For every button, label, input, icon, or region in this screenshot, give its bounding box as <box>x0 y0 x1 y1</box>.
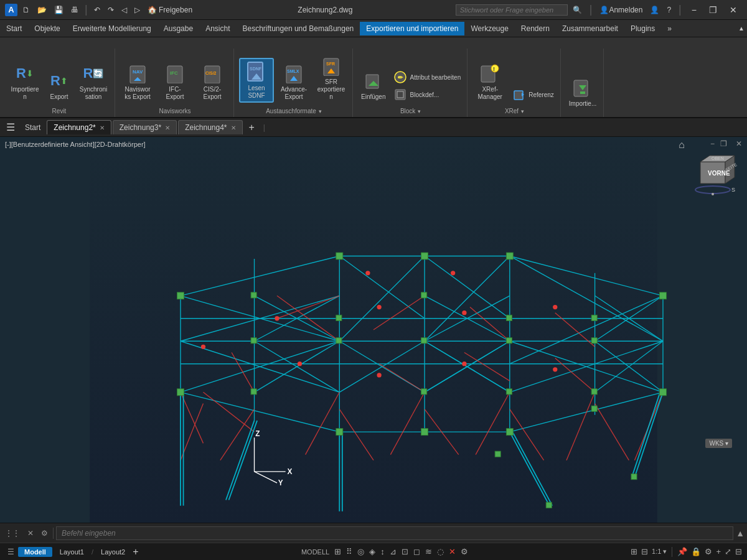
lock-icon[interactable]: 🔒 <box>691 547 701 556</box>
freigeben-button[interactable]: 🏠 Freigeben <box>145 4 195 16</box>
command-input[interactable] <box>56 526 733 540</box>
tp-icon[interactable]: ◌ <box>437 547 444 556</box>
annotate-icon[interactable]: ⊞ <box>631 547 637 556</box>
ribbon-btn-advance-export[interactable]: SMLX Advance-Export <box>276 60 311 103</box>
ortho-icon[interactable]: ◎ <box>357 547 364 556</box>
ribbon-btn-attribut[interactable]: ✏ Attribut bearbeiten <box>391 69 463 85</box>
workspace-icon[interactable]: ⊟ <box>641 547 648 556</box>
tab-zeichnung3[interactable]: Zeichnung3* ✕ <box>113 120 177 134</box>
menu-werkzeuge[interactable]: Werkzeuge <box>464 22 514 35</box>
cmd-icon-button[interactable]: ⋮⋮ <box>2 528 22 539</box>
ribbon-btn-sfr-exportieren[interactable]: SFR SFR exportieren <box>314 53 349 103</box>
cmd-close-button[interactable]: ✕ <box>25 528 36 539</box>
home-view-button[interactable]: ⌂ <box>679 139 685 151</box>
polar-icon[interactable]: ◈ <box>369 547 375 556</box>
status-tab-modell[interactable]: Modell <box>18 547 52 557</box>
sfr-exportieren-label: SFR exportieren <box>317 78 345 101</box>
forward-button[interactable]: ▷ <box>132 4 143 16</box>
sfr-exportieren-icon: SFR <box>320 55 342 77</box>
tab-zeichnung2[interactable]: Zeichnung2* ✕ <box>47 120 111 134</box>
status-scale[interactable]: 1:1 ▾ <box>652 548 667 556</box>
help-icon[interactable]: ? <box>664 4 674 16</box>
block-buttons: Einfügen ✏ Attribut bearbeiten Blockdef.… <box>358 49 463 105</box>
menu-erweiterte[interactable]: Erweiterte Modellierung <box>67 22 157 35</box>
svg-rect-25 <box>514 91 523 100</box>
panels-icon[interactable]: ⊟ <box>735 547 742 556</box>
command-bar: ⋮⋮ ✕ ⚙ ▲ <box>0 523 747 543</box>
ribbon-btn-export[interactable]: R⬆ Export <box>45 68 73 103</box>
expand-icon[interactable]: ⤢ <box>725 547 731 556</box>
search-input[interactable] <box>456 4 568 16</box>
minimize-button[interactable]: − <box>687 2 702 17</box>
menu-exportieren[interactable]: Exportieren und importieren <box>360 22 464 35</box>
grid-icon[interactable]: ⊞ <box>334 547 341 556</box>
close-button[interactable]: ✕ <box>725 2 742 17</box>
ribbon-btn-synchronisation[interactable]: R🔄 Synchronisation <box>76 60 111 103</box>
status-add-layout-button[interactable]: + <box>133 546 138 558</box>
nav-cube[interactable]: VORNE SEITE OBEN S <box>685 149 735 199</box>
settings-icon[interactable]: ⚙ <box>705 547 712 556</box>
menu-rendern[interactable]: Rendern <box>515 22 556 35</box>
dyn-icon[interactable]: ◻ <box>413 547 420 556</box>
einfuegen-icon <box>362 70 385 92</box>
save-button[interactable]: 💾 <box>52 4 66 16</box>
ribbon-btn-lesen-sdnf[interactable]: SDNF Lesen SDNF <box>239 58 274 103</box>
osnap-icon[interactable]: ↕ <box>380 547 385 556</box>
account-button[interactable]: 👤 <box>647 4 662 16</box>
hamburger-button[interactable]: ☰ <box>2 119 19 136</box>
redo-button[interactable]: ↷ <box>105 4 116 16</box>
ribbon-btn-xref-manager[interactable]: ! XRef-Manager <box>472 60 507 103</box>
tab-zeichnung3-close[interactable]: ✕ <box>165 124 170 131</box>
user-button[interactable]: 👤 Anmelden <box>597 4 645 16</box>
tab-start[interactable]: Start <box>20 121 45 134</box>
menu-ausgabe[interactable]: Ausgabe <box>157 22 199 35</box>
ribbon-btn-blockdef[interactable]: Blockdef... <box>391 86 463 103</box>
search-button[interactable]: 🔍 <box>570 4 585 16</box>
open-button[interactable]: 📂 <box>35 4 49 16</box>
svg-point-142 <box>553 367 557 371</box>
ribbon-collapse-button[interactable]: ▲ <box>736 24 747 33</box>
wks-label[interactable]: WKS ▾ <box>705 439 732 448</box>
ifc-export-icon: IFC <box>164 62 186 85</box>
snap-icon[interactable]: ⠿ <box>346 547 352 556</box>
ducs-icon[interactable]: ⊡ <box>402 547 408 556</box>
menu-plugins[interactable]: Plugins <box>624 22 661 35</box>
status-menu-button[interactable]: ☰ <box>5 546 17 558</box>
qp-icon[interactable]: ✕ <box>449 547 456 556</box>
pin-icon[interactable]: 📌 <box>677 547 687 556</box>
revit-group-label: Revit <box>52 105 67 114</box>
menu-objekte[interactable]: Objekte <box>28 22 66 35</box>
ribbon-btn-ifc-export[interactable]: IFC IFC-Export <box>157 60 192 103</box>
back-button[interactable]: ◁ <box>119 4 129 16</box>
menu-beschriftungen[interactable]: Beschriftungen und Bemaßungen <box>237 22 360 35</box>
status-tab-layout2[interactable]: Layout2 <box>95 547 131 557</box>
menu-ansicht[interactable]: Ansicht <box>199 22 236 35</box>
cmd-expand-button[interactable]: ▲ <box>736 528 745 538</box>
lw-icon[interactable]: ≋ <box>425 547 432 556</box>
new-button[interactable]: 🗋 <box>20 4 32 16</box>
undo-button[interactable]: ↶ <box>92 4 103 16</box>
menu-start[interactable]: Start <box>0 22 28 35</box>
tab-zeichnung4[interactable]: Zeichnung4* ✕ <box>178 120 242 134</box>
synchronisation-icon: R🔄 <box>82 62 105 85</box>
ribbon-btn-importieren-main[interactable]: Importie... <box>566 75 599 110</box>
ribbon-btn-einfuegen[interactable]: Einfügen <box>358 68 388 103</box>
tab-zeichnung4-close[interactable]: ✕ <box>231 124 236 131</box>
ribbon-btn-cis2-export[interactable]: CIS/2 CIS/2-Export <box>195 60 230 103</box>
restore-button[interactable]: ❐ <box>704 2 722 17</box>
otrack-icon[interactable]: ⊿ <box>390 547 397 556</box>
zoom-in-icon[interactable]: + <box>716 547 721 556</box>
ribbon-btn-referenz[interactable]: Referenz <box>510 86 557 103</box>
tab-add-button[interactable]: + <box>244 119 260 136</box>
svg-point-23 <box>491 65 499 72</box>
ribbon-btn-importieren[interactable]: R⬇ Importieren <box>7 60 42 103</box>
menu-more[interactable]: » <box>661 22 678 35</box>
print-button[interactable]: 🖶 <box>68 4 81 16</box>
status-tab-layout1[interactable]: Layout1 <box>54 547 90 557</box>
sc-icon[interactable]: ⚙ <box>461 547 468 556</box>
ribbon-btn-navisworks-export[interactable]: NAV Navisworks Export <box>120 60 155 103</box>
tab-zeichnung2-close[interactable]: ✕ <box>100 124 105 131</box>
cmd-options-button[interactable]: ⚙ <box>39 528 50 539</box>
menu-zusammenarbeit[interactable]: Zusammenarbeit <box>556 22 624 35</box>
title-bar: A 🗋 📂 💾 🖶 | ↶ ↷ ◁ ▷ 🏠 Freigeben Zeichnun… <box>0 0 747 20</box>
